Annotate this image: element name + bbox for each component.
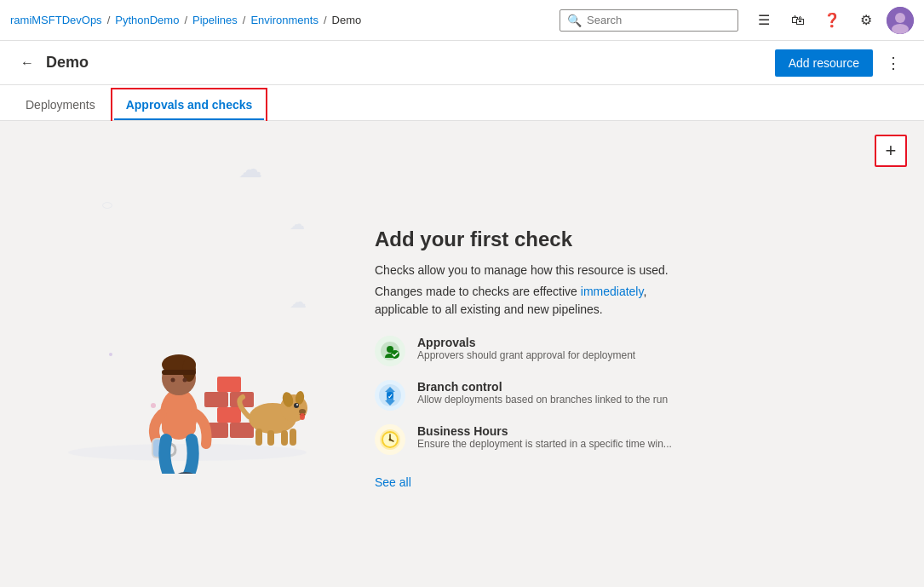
svg-rect-9	[217, 377, 241, 392]
add-check-area: +	[875, 135, 907, 167]
svg-point-28	[171, 377, 175, 382]
nav-icons: ☰ 🛍 ❓ ⚙	[750, 7, 914, 34]
svg-rect-6	[217, 407, 241, 423]
header-actions: Add resource ⋮	[775, 49, 907, 77]
breadcrumb-project[interactable]: PythonDemo	[115, 14, 179, 26]
search-box[interactable]: 🔍	[560, 9, 738, 32]
svg-rect-23	[162, 401, 196, 435]
more-options-button[interactable]: ⋮	[880, 49, 907, 77]
search-icon: 🔍	[567, 14, 582, 27]
marketplace-icon[interactable]: 🛍	[784, 7, 812, 34]
svg-rect-19	[267, 430, 274, 446]
cloud-decoration-1: ☁	[238, 155, 262, 183]
check-items-list: Approvals Approvers should grant approva…	[375, 336, 890, 455]
check-desc-2: Changes made to checks are effective imm…	[375, 283, 890, 319]
avatar[interactable]	[887, 7, 914, 34]
svg-point-15	[296, 404, 298, 406]
help-icon[interactable]: ❓	[818, 7, 846, 34]
info-panel: Add your first check Checks allow you to…	[358, 121, 924, 587]
check-section-title: Add your first check	[375, 227, 890, 251]
check-desc-1: Checks allow you to manage how this reso…	[375, 262, 890, 279]
svg-point-1	[895, 13, 905, 23]
breadcrumb-current: Demo	[332, 14, 362, 26]
page-title: Demo	[46, 54, 89, 72]
cloud-decoration-4: ☁	[290, 291, 307, 312]
breadcrumb: ramiMSFTDevOps / PythonDemo / Pipelines …	[10, 14, 554, 26]
add-resource-button[interactable]: Add resource	[775, 49, 873, 77]
check-item-branch-control: ✓ Branch control Allow deployments based…	[375, 380, 890, 411]
branch-control-desc: Allow deployments based on branches link…	[417, 394, 668, 406]
business-hours-text: Business Hours Ensure the deployment is …	[417, 424, 672, 450]
branch-control-name: Branch control	[417, 380, 668, 394]
svg-point-29	[183, 377, 187, 382]
svg-rect-21	[290, 429, 296, 446]
activity-icon[interactable]: ☰	[750, 7, 778, 34]
add-check-button[interactable]: +	[875, 135, 907, 167]
business-hours-desc: Ensure the deployment is started in a sp…	[417, 438, 672, 450]
svg-text:✓: ✓	[387, 393, 393, 400]
check-item-approvals: Approvals Approvers should grant approva…	[375, 336, 890, 366]
branch-control-text: Branch control Allow deployments based o…	[417, 380, 668, 406]
cloud-decoration-2: ☁	[290, 215, 305, 233]
page-header: ← Demo Add resource ⋮	[0, 41, 924, 85]
tab-deployments[interactable]: Deployments	[14, 91, 107, 120]
svg-rect-20	[281, 430, 288, 446]
business-hours-icon	[375, 424, 405, 455]
check-desc-2-highlight: immediately	[581, 285, 644, 298]
breadcrumb-org[interactable]: ramiMSFTDevOps	[10, 14, 102, 26]
svg-point-34	[151, 403, 156, 408]
breadcrumb-pipelines[interactable]: Pipelines	[192, 14, 238, 26]
svg-point-17	[300, 413, 305, 420]
main-content: + ☁ ☁ ⬭ ☁	[0, 121, 924, 587]
approvals-name: Approvals	[417, 336, 635, 349]
page-title-area: ← Demo	[17, 52, 89, 74]
check-desc-2-suffix: applicable to all existing and new pipel…	[375, 302, 603, 316]
svg-point-48	[389, 439, 392, 441]
search-input[interactable]	[587, 14, 723, 26]
tabs-bar: Deployments Approvals and checks	[0, 85, 924, 121]
svg-point-14	[294, 403, 299, 408]
branch-control-icon: ✓	[375, 380, 405, 411]
approvals-text: Approvals Approvers should grant approva…	[417, 336, 635, 361]
svg-rect-7	[204, 392, 228, 407]
back-button[interactable]: ←	[17, 52, 37, 74]
check-desc-2-prefix: Changes made to checks are effective	[375, 285, 581, 298]
top-navigation: ramiMSFTDevOps / PythonDemo / Pipelines …	[0, 0, 924, 41]
svg-rect-5	[230, 423, 254, 438]
svg-rect-18	[255, 429, 262, 446]
tab-approvals-and-checks[interactable]: Approvals and checks	[114, 91, 265, 120]
svg-rect-27	[162, 370, 196, 375]
check-item-business-hours: Business Hours Ensure the deployment is …	[375, 424, 890, 455]
svg-point-2	[892, 24, 909, 34]
cloud-decoration-3: ⬭	[102, 198, 112, 212]
see-all-link[interactable]: See all	[375, 475, 890, 489]
breadcrumb-environments[interactable]: Environments	[250, 14, 318, 26]
illustration-area: ☁ ☁ ⬭ ☁	[0, 121, 358, 587]
approvals-icon	[375, 336, 405, 366]
approvals-desc: Approvers should grant approval for depl…	[417, 349, 635, 361]
svg-point-36	[109, 353, 112, 356]
illustration-svg	[34, 235, 324, 474]
business-hours-name: Business Hours	[417, 424, 672, 438]
settings-icon[interactable]: ⚙	[852, 7, 880, 34]
